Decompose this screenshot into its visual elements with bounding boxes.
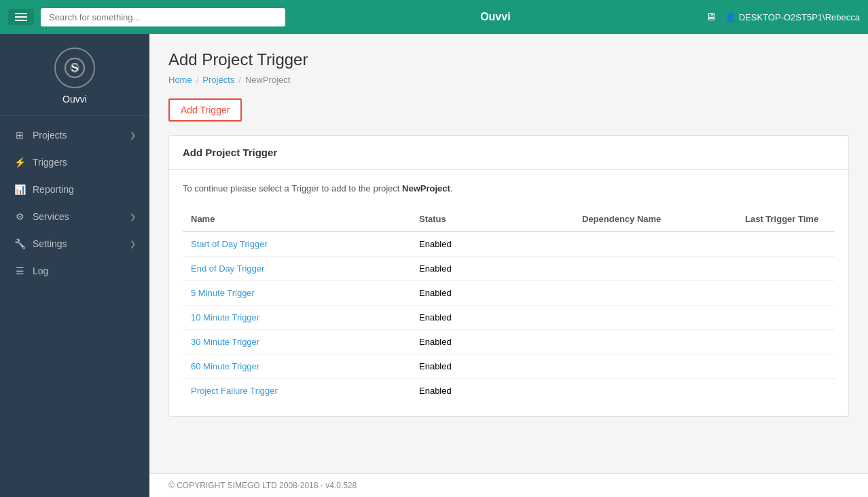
copyright-text: © COPYRIGHT SIMEGO LTD 2008-2018 - v4.0.… — [168, 481, 357, 490]
app-title: Ouvvi — [480, 11, 510, 23]
top-right: 🖥 👤 DESKTOP-O2ST5P1\Rebecca — [706, 11, 860, 23]
svg-text:S: S — [71, 61, 79, 75]
breadcrumb-sep: / — [238, 75, 241, 85]
card-body: To continue please select a Trigger to a… — [169, 170, 848, 416]
trigger-status: Enabled — [411, 306, 574, 330]
top-bar: Ouvvi 🖥 👤 DESKTOP-O2ST5P1\Rebecca — [0, 0, 868, 34]
search-input[interactable] — [41, 8, 285, 26]
sidebar-item-label: Triggers — [33, 157, 67, 168]
trigger-dependency — [574, 330, 737, 354]
table-row: Start of Day Trigger Enabled — [183, 232, 835, 257]
table-header: Name Status Dependency Name Last Trigger… — [183, 207, 835, 232]
trigger-last-time — [737, 379, 835, 403]
trigger-name-link[interactable]: 60 Minute Trigger — [191, 361, 259, 371]
main-content: Add Project Trigger Home / Projects / Ne… — [149, 34, 868, 497]
monitor-icon: 🖥 — [706, 11, 717, 23]
trigger-last-time — [737, 257, 835, 281]
trigger-last-time — [737, 330, 835, 354]
settings-icon: 🔧 — [14, 238, 26, 249]
hamburger-icon — [15, 13, 27, 21]
chevron-right-icon: ❯ — [130, 240, 136, 248]
page-title: Add Project Trigger — [168, 50, 849, 69]
col-header-status: Status — [411, 207, 574, 232]
sidebar-item-label: Services — [33, 211, 69, 222]
trigger-dependency — [574, 232, 737, 257]
trigger-name-link[interactable]: Start of Day Trigger — [191, 239, 268, 249]
trigger-name-link[interactable]: 30 Minute Trigger — [191, 337, 259, 347]
trigger-status: Enabled — [411, 232, 574, 257]
sidebar-item-label: Projects — [33, 130, 67, 141]
breadcrumb-home[interactable]: Home — [168, 75, 192, 85]
trigger-status: Enabled — [411, 354, 574, 379]
trigger-status: Enabled — [411, 257, 574, 281]
chevron-right-icon: ❯ — [130, 213, 136, 221]
trigger-dependency — [574, 354, 737, 379]
add-trigger-card: Add Project Trigger To continue please s… — [168, 135, 849, 417]
breadcrumb-sep: / — [196, 75, 199, 85]
table-body: Start of Day Trigger Enabled End of Day … — [183, 232, 835, 403]
table-row: 60 Minute Trigger Enabled — [183, 354, 835, 379]
sidebar-item-label: Settings — [33, 238, 67, 249]
sidebar-item-projects[interactable]: ⊞ Projects ❯ — [0, 122, 149, 149]
logo-icon: S — [61, 54, 88, 81]
trigger-name-link[interactable]: 5 Minute Trigger — [191, 288, 255, 298]
log-icon: ☰ — [14, 265, 26, 276]
sidebar-item-settings[interactable]: 🔧 Settings ❯ — [0, 230, 149, 257]
trigger-name-link[interactable]: 10 Minute Trigger — [191, 312, 259, 323]
trigger-status: Enabled — [411, 281, 574, 306]
trigger-last-time — [737, 306, 835, 330]
user-icon: 👤 — [725, 12, 736, 22]
triggers-icon: ⚡ — [14, 157, 26, 168]
col-header-dependency: Dependency Name — [574, 207, 737, 232]
add-trigger-button[interactable]: Add Trigger — [168, 98, 242, 122]
sidebar-item-label: Log — [33, 265, 48, 276]
sidebar-brand: Ouvvi — [62, 94, 87, 105]
table-row: Project Failure Trigger Enabled — [183, 379, 835, 403]
services-icon: ⚙ — [14, 211, 26, 222]
trigger-name-link[interactable]: End of Day Trigger — [191, 263, 264, 274]
trigger-dependency — [574, 306, 737, 330]
footer: © COPYRIGHT SIMEGO LTD 2008-2018 - v4.0.… — [149, 473, 868, 497]
table-row: End of Day Trigger Enabled — [183, 257, 835, 281]
sidebar-logo: S Ouvvi — [0, 34, 149, 116]
col-header-name: Name — [183, 207, 411, 232]
breadcrumb-projects[interactable]: Projects — [202, 75, 234, 85]
user-label: DESKTOP-O2ST5P1\Rebecca — [739, 12, 860, 22]
card-header: Add Project Trigger — [169, 136, 848, 170]
trigger-status: Enabled — [411, 330, 574, 354]
hamburger-button[interactable] — [8, 9, 34, 25]
sidebar: S Ouvvi ⊞ Projects ❯ ⚡ Trig — [0, 34, 149, 497]
chevron-right-icon: ❯ — [130, 131, 136, 140]
trigger-last-time — [737, 354, 835, 379]
reporting-icon: 📊 — [14, 184, 26, 195]
trigger-last-time — [737, 232, 835, 257]
sidebar-item-services[interactable]: ⚙ Services ❯ — [0, 203, 149, 230]
sidebar-nav: ⊞ Projects ❯ ⚡ Triggers 📊 Reporting — [0, 116, 149, 497]
content-body: Add Project Trigger Home / Projects / Ne… — [149, 34, 868, 473]
card-header-title: Add Project Trigger — [183, 147, 277, 158]
sidebar-item-reporting[interactable]: 📊 Reporting — [0, 176, 149, 203]
trigger-dependency — [574, 257, 737, 281]
sidebar-item-triggers[interactable]: ⚡ Triggers — [0, 149, 149, 176]
card-description: To continue please select a Trigger to a… — [183, 183, 835, 194]
card-project-name: NewProject — [402, 183, 450, 194]
table-row: 30 Minute Trigger Enabled — [183, 330, 835, 354]
trigger-name-link[interactable]: Project Failure Trigger — [191, 386, 278, 396]
table-row: 10 Minute Trigger Enabled — [183, 306, 835, 330]
trigger-table: Name Status Dependency Name Last Trigger… — [183, 207, 835, 403]
main-area: S Ouvvi ⊞ Projects ❯ ⚡ Trig — [0, 34, 868, 497]
trigger-last-time — [737, 281, 835, 306]
col-header-last-time: Last Trigger Time — [737, 207, 835, 232]
sidebar-item-log[interactable]: ☰ Log — [0, 257, 149, 284]
card-desc-prefix: To continue please select a Trigger to a… — [183, 183, 402, 194]
trigger-status: Enabled — [411, 379, 574, 403]
card-desc-suffix: . — [450, 183, 453, 194]
logo-circle: S — [54, 48, 95, 88]
user-info: 👤 DESKTOP-O2ST5P1\Rebecca — [725, 12, 860, 22]
breadcrumb: Home / Projects / NewProject — [168, 75, 849, 85]
table-row: 5 Minute Trigger Enabled — [183, 281, 835, 306]
breadcrumb-current: NewProject — [245, 75, 290, 85]
top-center: Ouvvi — [292, 11, 699, 23]
trigger-dependency — [574, 379, 737, 403]
sidebar-item-label: Reporting — [33, 184, 74, 195]
